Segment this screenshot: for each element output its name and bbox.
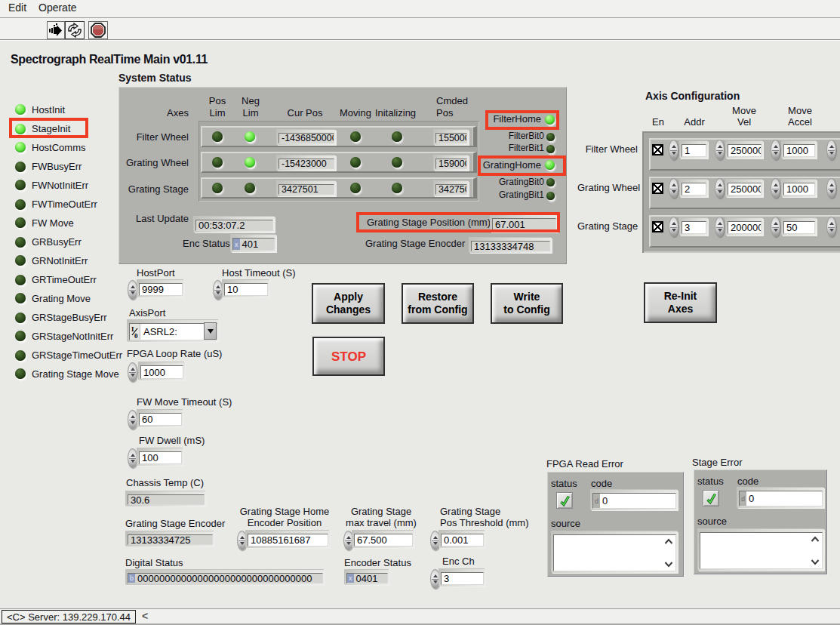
- svg-text:0: 0: [134, 332, 138, 339]
